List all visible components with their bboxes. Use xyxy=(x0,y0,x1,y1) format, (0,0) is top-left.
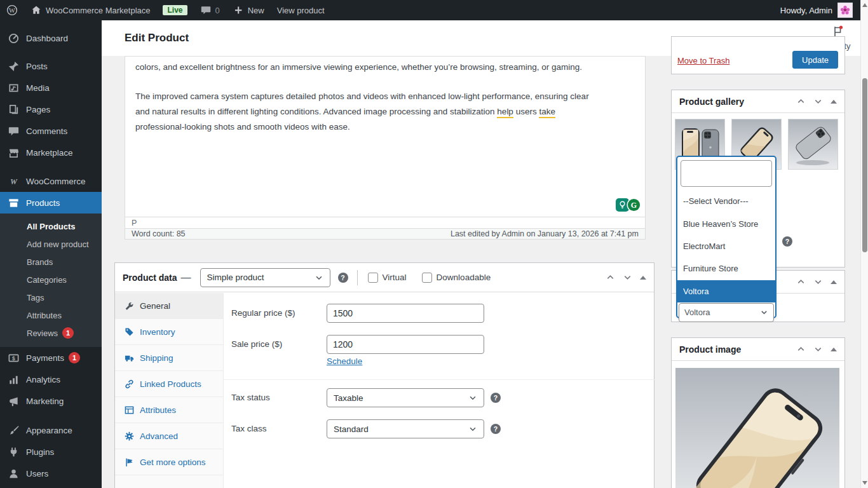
submenu-item-categories[interactable]: Categories xyxy=(0,271,102,288)
grammarly-suggestion-word[interactable]: help xyxy=(497,107,513,118)
vendor-option-select-vendor[interactable]: --Select Vendor--- xyxy=(677,190,775,212)
toggle-panel-icon[interactable] xyxy=(831,100,837,104)
product-type-help-icon[interactable] xyxy=(338,273,348,283)
view-product-link[interactable]: View product xyxy=(271,0,331,20)
editor-text-area[interactable]: Enjoy your favorite content on a stunnin… xyxy=(125,57,645,217)
bar-chart-icon xyxy=(8,374,20,386)
regular-price-input[interactable] xyxy=(327,304,484,323)
form-divider xyxy=(224,379,654,380)
update-button[interactable]: Update xyxy=(792,51,838,69)
product-image-panel: Product image xyxy=(671,337,845,488)
product-gallery-title: Product gallery xyxy=(679,97,744,107)
site-name-link[interactable]: WooCommerce Marketplace xyxy=(24,0,156,20)
sidebar-item-marketing[interactable]: Marketing xyxy=(0,390,102,412)
tab-inventory[interactable]: Inventory xyxy=(115,319,223,345)
scrollbar-thumb[interactable] xyxy=(862,78,867,252)
sidebar-item-analytics[interactable]: Analytics xyxy=(0,369,102,390)
sidebar-item-appearance[interactable]: Appearance xyxy=(0,419,102,441)
toggle-panel-icon[interactable] xyxy=(831,348,837,351)
tab-linked-products[interactable]: Linked Products xyxy=(115,371,223,397)
gallery-thumbnail-3[interactable] xyxy=(788,119,838,170)
submenu-item-brands[interactable]: Brands xyxy=(0,253,102,271)
move-down-icon[interactable] xyxy=(623,273,632,282)
move-up-icon[interactable] xyxy=(796,344,806,354)
submenu-item-attributes[interactable]: Attributes xyxy=(0,306,102,324)
wrench-icon xyxy=(125,301,134,311)
sidebar-item-woocommerce[interactable]: WooCommerce xyxy=(0,170,102,192)
tax-status-help-icon[interactable] xyxy=(491,393,501,403)
grammarly-suggestion-word[interactable]: take xyxy=(539,107,555,118)
virtual-checkbox[interactable] xyxy=(368,273,378,283)
submenu-item-tags[interactable]: Tags xyxy=(0,288,102,306)
grammarly-logo-icon[interactable]: G xyxy=(627,198,641,212)
submenu-item-all-products[interactable]: All Products xyxy=(0,217,102,235)
tab-general[interactable]: General xyxy=(115,293,223,319)
environment-badge[interactable]: Live xyxy=(156,0,193,20)
move-to-trash-link[interactable]: Move to Trash xyxy=(677,56,729,65)
sidebar-item-payments[interactable]: Payments1 xyxy=(0,347,102,369)
tab-attributes[interactable]: Attributes xyxy=(115,397,223,423)
woocommerce-icon xyxy=(8,175,20,187)
sidebar-item-media[interactable]: Media xyxy=(0,77,102,98)
tax-class-select[interactable]: Standard xyxy=(327,419,484,438)
tab-get-more-options[interactable]: Get more options xyxy=(115,449,223,475)
toggle-panel-icon[interactable] xyxy=(831,280,837,284)
scrollbar-up-arrow[interactable] xyxy=(862,3,867,7)
editor-statusbar: Word count: 85 Last edited by Admin on J… xyxy=(125,228,645,239)
sidebar-item-marketplace[interactable]: Marketplace xyxy=(0,142,102,163)
view-product-label: View product xyxy=(277,6,325,15)
vendor-option-blue-heavens-store[interactable]: Blue Heaven’s Store xyxy=(677,212,775,234)
toggle-panel-icon[interactable] xyxy=(640,276,646,280)
comments-link[interactable]: 0 xyxy=(194,0,226,20)
editor-line: and natural results in different lightin… xyxy=(135,104,635,119)
scrollbar-down-arrow[interactable] xyxy=(862,481,867,485)
title-dash: — xyxy=(181,272,191,283)
editor-element-path: P xyxy=(125,217,645,228)
editor-line: The improved camera system captures deta… xyxy=(135,89,635,104)
flag-icon xyxy=(125,458,134,467)
move-down-icon[interactable] xyxy=(813,344,823,354)
sidebar-item-plugins[interactable]: Plugins xyxy=(0,441,102,463)
sale-price-input[interactable] xyxy=(327,335,484,354)
move-down-icon[interactable] xyxy=(813,97,823,106)
move-up-icon[interactable] xyxy=(796,277,806,287)
vendor-help-icon[interactable] xyxy=(782,236,792,247)
sidebar-item-pages[interactable]: Pages xyxy=(0,98,102,120)
vendor-select-control[interactable]: Voltora xyxy=(679,303,774,322)
submenu-item-reviews[interactable]: Reviews1 xyxy=(0,324,102,342)
wordpress-logo-menu[interactable] xyxy=(0,0,24,20)
product-type-select[interactable]: Simple product xyxy=(200,268,330,287)
tax-class-help-icon[interactable] xyxy=(491,424,501,434)
sidebar-item-users[interactable]: Users xyxy=(0,463,102,484)
tax-status-select[interactable]: Taxable xyxy=(327,388,484,407)
admin-bar: WooCommerce Marketplace Live 0 New View … xyxy=(0,0,860,20)
vendor-option-electromart[interactable]: ElectroMart xyxy=(677,235,775,257)
sidebar-item-products[interactable]: Products xyxy=(0,192,102,214)
move-up-icon[interactable] xyxy=(606,273,615,282)
move-down-icon[interactable] xyxy=(813,277,823,287)
new-label: New xyxy=(248,6,264,15)
product-data-tabs: General Inventory Shipping Linked Produc… xyxy=(115,293,224,488)
table-icon xyxy=(125,405,134,415)
tab-shipping[interactable]: Shipping xyxy=(115,345,223,371)
vendor-option-furniture-store[interactable]: Furniture Store xyxy=(677,257,775,280)
move-up-icon[interactable] xyxy=(796,97,806,106)
sidebar-item-dashboard[interactable]: Dashboard xyxy=(0,27,102,49)
submenu-item-add-new-product[interactable]: Add new product xyxy=(0,235,102,253)
tab-label: Inventory xyxy=(140,327,175,337)
link-icon xyxy=(125,379,134,389)
schedule-link[interactable]: Schedule xyxy=(327,356,362,366)
vendor-search-input[interactable] xyxy=(681,160,772,187)
sidebar-item-posts[interactable]: Posts xyxy=(0,55,102,77)
tab-advanced[interactable]: Advanced xyxy=(115,423,223,449)
sidebar-item-comments[interactable]: Comments xyxy=(0,120,102,142)
vendor-option-voltora[interactable]: Voltora xyxy=(677,280,775,302)
downloadable-checkbox[interactable] xyxy=(422,273,432,283)
account-menu[interactable]: Howdy, Admin xyxy=(780,3,860,18)
sidebar-item-label: Marketing xyxy=(26,396,64,406)
chevron-down-icon xyxy=(468,393,477,402)
new-content-menu[interactable]: New xyxy=(226,0,271,20)
product-image-thumbnail[interactable] xyxy=(675,368,839,488)
path-tag-label[interactable]: P xyxy=(132,219,137,227)
gear-icon xyxy=(125,431,134,441)
